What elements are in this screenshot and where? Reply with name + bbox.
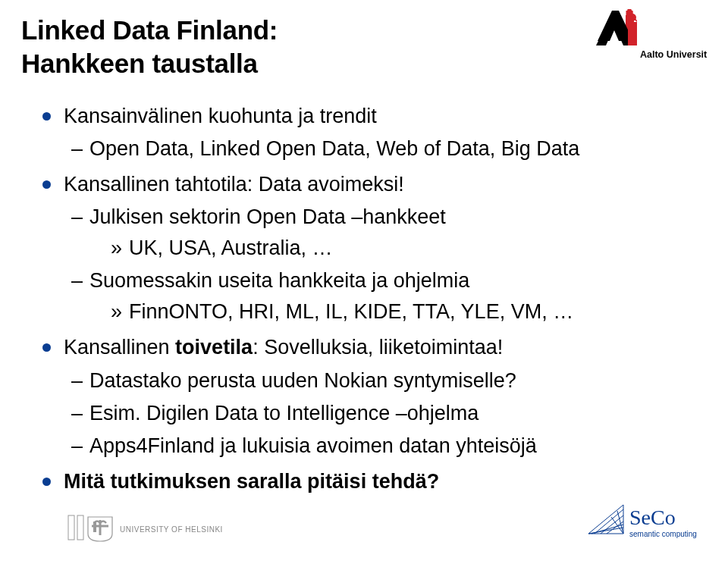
svg-rect-5 [628,22,637,45]
svg-text:Aalto University: Aalto University [640,49,707,60]
bullet-3: Kansallinen toivetila: Sovelluksia, liik… [42,333,707,461]
bullet-2: Kansallinen tahtotila: Data avoimeksi! J… [42,170,707,327]
helsinki-text: UNIVERSITY OF HELSINKI [120,525,223,534]
bullet-2-sub2a: FinnONTO, HRI, ML, IL, KIDE, TTA, YLE, V… [111,297,707,327]
bullet-2-sub1a: UK, USA, Australia, … [111,233,707,263]
footer: UNIVERSITY OF HELSINKI SeCo sema [0,506,728,559]
bullet-2-text: Kansallinen tahtotila: Data avoimeksi! [64,173,404,196]
seco-text: SeCo [629,506,676,529]
bullet-1: Kansainvälinen kuohunta ja trendit Open … [42,102,707,164]
svg-rect-8 [68,515,74,540]
svg-point-6 [629,14,636,21]
helsinki-logo: UNIVERSITY OF HELSINKI [67,511,234,550]
svg-rect-9 [77,515,83,540]
svg-line-18 [592,525,623,534]
bullet-1-sub1: Open Data, Linked Open Data, Web of Data… [71,134,707,164]
bullet-2-sub2: Suomessakin useita hankkeita ja ohjelmia… [71,266,707,327]
seco-sub: semantic computing [629,530,697,538]
bullet-3-sub2: Esim. Digilen Data to Intelligence –ohje… [71,399,707,428]
bullet-list: Kansainvälinen kuohunta ja trendit Open … [21,102,707,497]
bullet-4: Mitä tutkimuksen saralla pitäisi tehdä? [42,467,707,497]
seco-logo: SeCo semantic computing [585,502,707,552]
bullet-3-strong: toivetila [175,336,253,359]
bullet-3-sub3: Apps4Finland ja lukuisia avoimen datan y… [71,431,707,461]
bullet-3-prefix: Kansallinen [64,336,175,359]
bullet-3-sub1: Datastako perusta uuden Nokian syntymise… [71,366,707,396]
aalto-logo: Aalto University [593,9,707,68]
bullet-1-text: Kansainvälinen kuohunta ja trendit [64,105,377,127]
bullet-2-sub1: Julkisen sektorin Open Data –hankkeet UK… [71,202,707,263]
bullet-4-text: Mitä tutkimuksen saralla pitäisi tehdä? [64,470,439,493]
bullet-3-suffix: : Sovelluksia, liiketoimintaa! [253,336,503,359]
slide: Aalto University Linked Data Finland: Ha… [0,0,728,567]
